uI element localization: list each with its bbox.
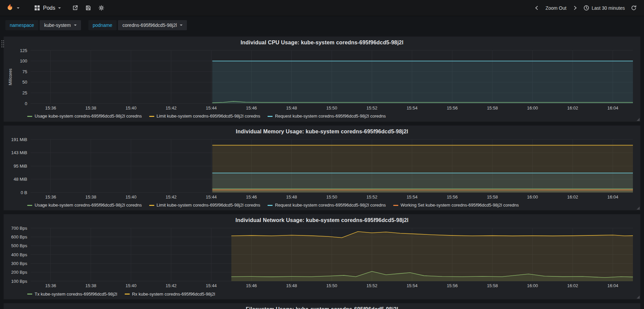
memory-usage-chart[interactable]: 15:3615:3815:4015:4215:4415:4615:4815:50… (6, 136, 638, 201)
svg-text:125: 125 (20, 48, 27, 53)
series-color-swatch (27, 205, 32, 206)
caret-down-icon (58, 7, 61, 9)
panel-title[interactable]: Filesystem Usage: kube-system coredns-69… (6, 305, 638, 309)
series-color-swatch (268, 116, 273, 117)
network-usage-legend: Tx kube-system coredns-695f96dcd5-98j2lR… (27, 290, 638, 297)
svg-text:143 MiB: 143 MiB (11, 150, 27, 155)
settings-button[interactable] (96, 3, 107, 13)
panel-title[interactable]: Individual Memory Usage: kube-system cor… (6, 127, 638, 136)
series-color-swatch (268, 205, 273, 206)
cpu-usage-chart[interactable]: 15:3615:3815:4015:4215:4415:4615:4815:50… (6, 47, 638, 112)
svg-text:15:54: 15:54 (407, 105, 418, 111)
legend-label: Tx kube-system coredns-695f96dcd5-98j2l (35, 292, 117, 297)
share-icon (72, 5, 78, 11)
svg-text:0 B: 0 B (21, 190, 27, 195)
refresh-icon (631, 5, 637, 11)
svg-text:15:40: 15:40 (125, 194, 136, 200)
gear-icon (98, 5, 104, 11)
row-drag-handle[interactable] (1, 40, 2, 41)
svg-text:15:48: 15:48 (286, 105, 297, 111)
svg-text:15:44: 15:44 (206, 194, 217, 200)
svg-text:15:44: 15:44 (206, 105, 217, 111)
svg-text:15:36: 15:36 (45, 283, 56, 288)
network-usage-chart[interactable]: 15:3615:3815:4015:4215:4415:4615:4815:50… (6, 225, 638, 290)
share-button[interactable] (70, 3, 81, 13)
legend-label: Working Set kube-system coredns-695f96dc… (401, 203, 519, 208)
svg-text:16:04: 16:04 (607, 105, 618, 111)
legend-label: Request kube-system coredns-695f96dcd5-9… (275, 114, 386, 119)
grafana-main-menu[interactable] (5, 3, 23, 12)
grafana-logo-icon (5, 3, 14, 12)
svg-text:50: 50 (23, 80, 27, 85)
panel-title[interactable]: Individual CPU Usage: kube-system coredn… (6, 38, 638, 47)
panel-resize-handle[interactable] (637, 207, 640, 210)
svg-text:16:02: 16:02 (567, 194, 578, 200)
svg-text:15:48: 15:48 (286, 283, 297, 288)
svg-text:15:48: 15:48 (286, 194, 297, 200)
time-shift-forward-button[interactable] (570, 3, 580, 12)
svg-text:15:50: 15:50 (326, 283, 337, 288)
legend-label: Usage kube-system coredns-695f96dcd5-98j… (35, 114, 142, 119)
svg-text:15:42: 15:42 (166, 194, 177, 200)
legend-item[interactable]: Working Set kube-system coredns-695f96dc… (393, 203, 519, 208)
panel-filesystem-usage: Filesystem Usage: kube-system coredns-69… (3, 303, 641, 309)
svg-text:100: 100 (20, 58, 27, 63)
dashboard-actions (70, 3, 107, 13)
svg-text:15:38: 15:38 (85, 105, 96, 111)
legend-item[interactable]: Tx kube-system coredns-695f96dcd5-98j2l (27, 292, 117, 297)
svg-text:16:02: 16:02 (567, 105, 578, 111)
svg-text:15:56: 15:56 (447, 105, 458, 111)
svg-text:48 MiB: 48 MiB (14, 176, 27, 181)
svg-text:200 Bps: 200 Bps (11, 270, 27, 275)
zoom-out-button[interactable]: Zoom Out (543, 3, 569, 13)
svg-text:15:36: 15:36 (45, 105, 56, 111)
series-color-swatch (125, 294, 130, 295)
navbar: Pods Zoom Out (0, 0, 644, 16)
cpu-usage-legend: Usage kube-system coredns-695f96dcd5-98j… (27, 113, 638, 119)
series-color-swatch (393, 205, 398, 206)
panel-resize-handle[interactable] (637, 118, 640, 121)
legend-item[interactable]: Usage kube-system coredns-695f96dcd5-98j… (27, 114, 142, 119)
legend-label: Limit kube-system coredns-695f96dcd5-98j… (157, 114, 260, 119)
panel-resize-handle[interactable] (637, 296, 640, 299)
legend-item[interactable]: Rx kube-system coredns-695f96dcd5-98j2l (125, 292, 215, 297)
legend-item[interactable]: Limit kube-system coredns-695f96dcd5-98j… (149, 114, 260, 119)
svg-text:15:40: 15:40 (125, 283, 136, 288)
svg-text:15:54: 15:54 (407, 194, 418, 200)
variable-podname: podname coredns-695f96dcd5-98j2l (88, 20, 187, 30)
svg-text:15:50: 15:50 (326, 194, 337, 200)
svg-text:15:46: 15:46 (246, 105, 257, 111)
legend-item[interactable]: Limit kube-system coredns-695f96dcd5-98j… (149, 203, 260, 208)
memory-usage-legend: Usage kube-system coredns-695f96dcd5-98j… (27, 202, 638, 208)
panel-title[interactable]: Individual Network Usage: kube-system co… (6, 216, 638, 225)
variable-value-podname[interactable]: coredns-695f96dcd5-98j2l (118, 20, 187, 30)
save-icon (85, 5, 91, 11)
save-button[interactable] (83, 3, 94, 13)
legend-label: Usage kube-system coredns-695f96dcd5-98j… (35, 203, 142, 208)
time-shift-back-button[interactable] (532, 3, 542, 12)
svg-text:400 Bps: 400 Bps (11, 252, 27, 257)
time-controls: Zoom Out Last 30 minutes (532, 3, 639, 13)
svg-text:15:38: 15:38 (85, 283, 96, 288)
legend-item[interactable]: Usage kube-system coredns-695f96dcd5-98j… (27, 203, 142, 208)
legend-label: Request kube-system coredns-695f96dcd5-9… (275, 203, 386, 208)
caret-down-icon (180, 25, 183, 26)
svg-text:16:00: 16:00 (527, 194, 538, 200)
svg-text:15:58: 15:58 (487, 194, 498, 200)
legend-item[interactable]: Request kube-system coredns-695f96dcd5-9… (268, 203, 386, 208)
svg-text:25: 25 (23, 90, 27, 95)
legend-item[interactable]: Request kube-system coredns-695f96dcd5-9… (268, 114, 386, 119)
svg-text:500 Bps: 500 Bps (11, 243, 27, 248)
svg-text:15:58: 15:58 (487, 283, 498, 288)
dashboard-picker[interactable]: Pods (30, 3, 65, 13)
svg-text:15:42: 15:42 (166, 283, 177, 288)
refresh-button[interactable] (628, 3, 639, 13)
svg-text:15:38: 15:38 (85, 194, 96, 200)
svg-text:600 Bps: 600 Bps (11, 234, 27, 239)
time-range-picker[interactable]: Last 30 minutes (581, 3, 628, 13)
zoom-out-label: Zoom Out (546, 5, 566, 11)
variable-label-podname: podname (88, 20, 117, 30)
svg-text:16:00: 16:00 (527, 283, 538, 288)
svg-text:95 MiB: 95 MiB (14, 164, 27, 169)
variable-value-namespace[interactable]: kube-system (40, 20, 81, 30)
